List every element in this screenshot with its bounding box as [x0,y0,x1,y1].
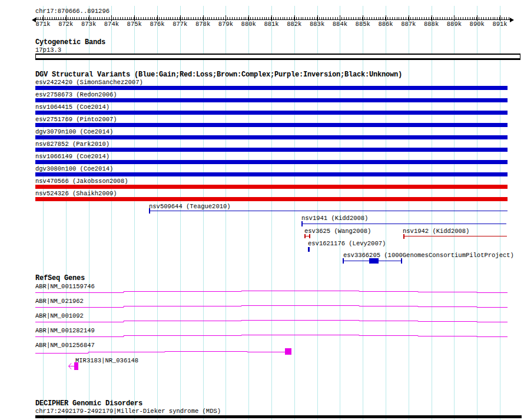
gene-model[interactable] [35,335,508,337]
genome-browser-view: chr17:870666..891296 871k872k873k874k875… [0,0,524,420]
disorder-label[interactable]: chr17:2492179-2492179|Miller-Dieker synd… [35,408,221,415]
gene-model[interactable] [35,321,508,322]
gene-model[interactable] [35,306,508,308]
gene-models-layer [0,0,524,420]
gene-model[interactable] [35,291,508,293]
gene-exon-box[interactable] [285,348,291,355]
gene-exon-box[interactable] [74,362,78,370]
disorder-span-bar[interactable] [35,415,522,418]
section-title-decipher: DECIPHER Genomic Disorders [35,400,142,408]
gene-model[interactable] [35,352,285,354]
